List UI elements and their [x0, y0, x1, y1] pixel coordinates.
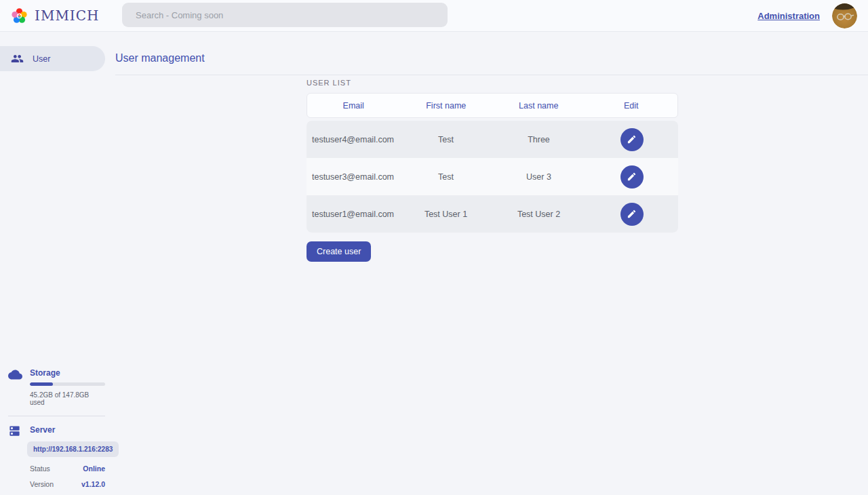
top-navbar: IMMICH Administration [0, 0, 868, 32]
title-divider [115, 75, 868, 75]
user-last-name: Test User 2 [492, 210, 585, 219]
storage-usage-text: 45.2GB of 147.8GB used [30, 391, 105, 406]
user-first-name: Test [399, 135, 492, 144]
version-value: v1.12.0 [81, 480, 105, 488]
column-header-last-name: Last name [492, 101, 585, 111]
server-status-row: Status Online [30, 464, 105, 473]
edit-user-button[interactable] [620, 165, 644, 189]
user-first-name: Test [399, 172, 492, 182]
status-label: Status [30, 464, 50, 473]
pencil-icon [627, 134, 637, 144]
user-email: testuser3@email.com [307, 172, 399, 182]
immich-admin-page: { "header": { "logo_text": "IMMICH", "se… [0, 0, 868, 495]
server-icon [8, 424, 21, 440]
edit-user-button[interactable] [620, 128, 644, 151]
cloud-icon [8, 368, 22, 384]
storage-title: Storage [30, 368, 105, 378]
user-list-panel: USER LIST Email First name Last name Edi… [307, 79, 678, 262]
server-version-row: Version v1.12.0 [30, 480, 105, 488]
user-list-label: USER LIST [307, 79, 678, 87]
server-section: Server http://192.168.1.216:2283 Status … [0, 425, 105, 488]
users-icon [11, 52, 24, 65]
storage-progress-fill [30, 382, 53, 386]
sidebar-divider [8, 416, 105, 416]
main-content: User management USER LIST Email First na… [105, 32, 868, 495]
status-value: Online [83, 464, 105, 473]
user-last-name: Three [492, 135, 585, 144]
column-header-edit: Edit [585, 101, 678, 111]
column-header-email: Email [307, 101, 400, 111]
user-first-name: Test User 1 [399, 210, 492, 219]
pencil-icon [627, 209, 637, 219]
server-title: Server [30, 425, 105, 435]
edit-user-button[interactable] [620, 203, 644, 226]
user-email: testuser1@email.com [307, 210, 399, 219]
sidebar-item-user[interactable]: User [0, 46, 105, 71]
app-logo[interactable]: IMMICH [0, 7, 112, 25]
create-user-button[interactable]: Create user [307, 241, 371, 262]
pencil-icon [627, 172, 637, 182]
user-avatar[interactable] [832, 3, 857, 28]
table-row: testuser3@email.com Test User 3 [307, 158, 678, 195]
user-table-body: testuser4@email.com Test Three testuser3… [307, 121, 678, 233]
administration-link[interactable]: Administration [757, 11, 820, 21]
user-email: testuser4@email.com [307, 135, 399, 144]
version-label: Version [30, 480, 54, 488]
column-header-first-name: First name [400, 101, 493, 111]
immich-logo-icon [10, 7, 28, 25]
sidebar-item-user-label: User [33, 54, 50, 64]
table-row: testuser1@email.com Test User 1 Test Use… [307, 195, 678, 233]
sidebar: User Storage 45.2GB of 147.8GB used [0, 32, 105, 495]
user-table-header: Email First name Last name Edit [307, 93, 678, 118]
storage-progress-bar [30, 382, 105, 386]
user-last-name: User 3 [492, 172, 585, 182]
page-title: User management [115, 52, 868, 64]
app-logo-text: IMMICH [35, 7, 100, 24]
search-input[interactable] [122, 3, 448, 27]
table-row: testuser4@email.com Test Three [307, 121, 678, 158]
storage-section: Storage 45.2GB of 147.8GB used [0, 368, 105, 406]
